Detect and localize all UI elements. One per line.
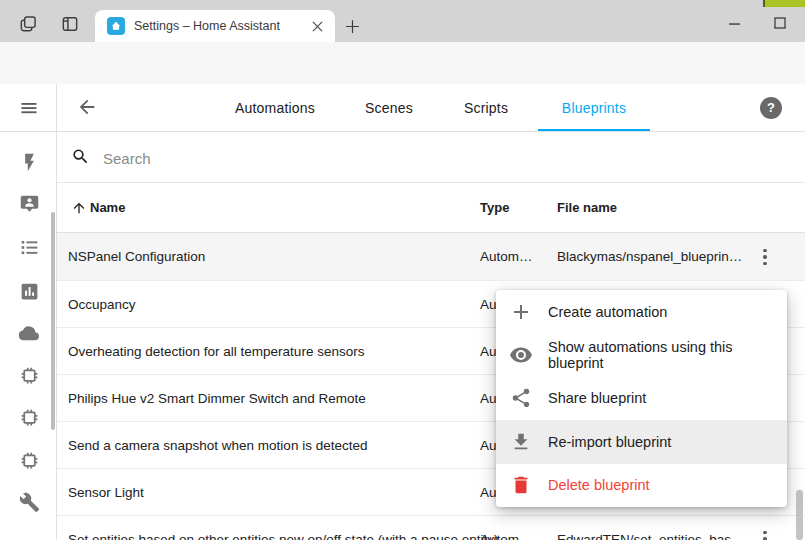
table-header: Name Type File name	[57, 183, 805, 233]
search-input[interactable]	[103, 144, 503, 172]
tab-automations[interactable]: Automations	[215, 84, 335, 132]
sidebar-cloud-icon[interactable]	[17, 321, 41, 345]
browser-tab-strip: Settings – Home Assistant	[0, 0, 805, 42]
row-name: Philips Hue v2 Smart Dimmer Switch and R…	[68, 375, 366, 422]
trash-icon	[509, 473, 533, 497]
menu-item-label: Show automations using this blueprint	[548, 339, 787, 371]
window-minimize-icon[interactable]	[722, 11, 746, 35]
home-assistant-app: Automations Scenes Scripts Blueprints ? …	[0, 84, 805, 540]
row-name: Occupancy	[68, 281, 136, 328]
tab-title: Settings – Home Assistant	[134, 19, 307, 33]
window-maximize-icon[interactable]	[768, 11, 792, 35]
ha-back-icon[interactable]	[76, 96, 100, 120]
blueprint-context-menu: Create automation Show automations using…	[496, 290, 787, 507]
row-name: NSPanel Configuration	[68, 233, 205, 281]
table-row[interactable]: Set entities based on other entities new…	[57, 516, 805, 540]
new-tab-icon[interactable]	[340, 14, 364, 38]
menu-item-label: Create automation	[548, 304, 667, 320]
tab-actions-icon[interactable]	[58, 12, 82, 36]
search-icon	[71, 147, 90, 166]
menu-item-create-automation[interactable]: Create automation	[496, 290, 787, 333]
search-row	[57, 132, 805, 183]
row-type: Autom…	[480, 233, 533, 281]
browser-tab[interactable]: Settings – Home Assistant	[95, 10, 335, 42]
help-button[interactable]: ?	[760, 97, 782, 119]
sidebar-energy-icon[interactable]	[17, 150, 41, 174]
ha-sidebar	[0, 84, 57, 540]
row-name: Send a camera snapshot when motion is de…	[68, 422, 367, 469]
menu-item-reimport-blueprint[interactable]: Re-import blueprint	[496, 420, 787, 463]
sidebar-person-badge-icon[interactable]	[17, 191, 41, 215]
row-overflow-menu-icon[interactable]	[754, 246, 776, 268]
home-assistant-favicon-icon	[107, 17, 125, 35]
sidebar-menu-icon[interactable]	[17, 96, 41, 120]
menu-item-label: Share blueprint	[548, 390, 646, 406]
share-icon	[509, 386, 533, 410]
row-type: Autom…	[480, 516, 533, 540]
plus-icon	[509, 300, 533, 324]
column-header-type[interactable]: Type	[480, 183, 509, 233]
row-file: EdwardTEN/set_entities_bas…	[557, 516, 745, 540]
menu-item-delete-blueprint[interactable]: Delete blueprint	[496, 464, 787, 507]
row-file: Blackymas/nspanel_blueprin…	[557, 233, 742, 281]
menu-item-label: Re-import blueprint	[548, 434, 671, 450]
sidebar-chip-icon-1[interactable]	[17, 363, 41, 387]
sort-arrow-up-icon[interactable]	[71, 200, 87, 216]
download-icon	[509, 430, 533, 454]
menu-item-share-blueprint[interactable]: Share blueprint	[496, 377, 787, 420]
page-scrollbar[interactable]	[796, 490, 803, 540]
column-header-file[interactable]: File name	[557, 183, 617, 233]
tab-scripts[interactable]: Scripts	[446, 84, 526, 132]
tab-blueprints[interactable]: Blueprints	[538, 84, 650, 132]
column-header-name[interactable]: Name	[90, 183, 125, 233]
menu-item-label: Delete blueprint	[548, 477, 650, 493]
menu-item-show-automations[interactable]: Show automations using this blueprint	[496, 333, 787, 376]
sidebar-chip-icon-3[interactable]	[17, 448, 41, 472]
sidebar-scrollbar[interactable]	[51, 212, 55, 430]
desktop-edge-strip	[763, 0, 805, 7]
browser-toolbar: Not secure homeassistant.local:8123/... …	[0, 42, 805, 84]
tab-close-icon[interactable]	[307, 16, 327, 36]
row-name: Set entities based on other entities new…	[68, 516, 499, 540]
table-row[interactable]: NSPanel Configuration Autom… Blackymas/n…	[57, 233, 805, 281]
sidebar-chip-icon-2[interactable]	[17, 405, 41, 429]
sidebar-developer-tools-icon[interactable]	[17, 490, 41, 514]
row-name: Sensor Light	[68, 469, 144, 516]
tab-scenes[interactable]: Scenes	[349, 84, 429, 132]
workspaces-icon[interactable]	[16, 12, 40, 36]
eye-icon	[509, 343, 533, 367]
row-overflow-menu-icon[interactable]	[754, 528, 776, 540]
row-name: Overheating detection for all temperatur…	[68, 328, 364, 375]
sidebar-list-icon[interactable]	[17, 235, 41, 259]
sidebar-history-chart-icon[interactable]	[17, 279, 41, 303]
